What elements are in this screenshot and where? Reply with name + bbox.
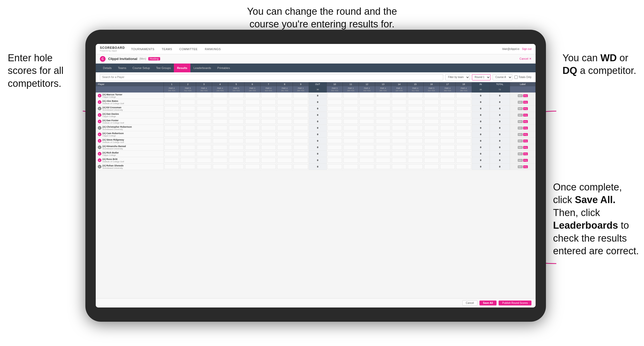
hole-1-input-cell[interactable] [164,125,180,131]
dq-button[interactable]: DQ [523,133,528,136]
save-all-button[interactable]: Save All [479,301,497,305]
hole-16-input[interactable] [424,112,439,118]
dq-button[interactable]: DQ [523,165,528,168]
hole-12-input-cell[interactable] [359,99,375,105]
hole-17-input[interactable] [440,99,455,105]
hole-16-input[interactable] [424,99,439,105]
hole-17-input-cell[interactable] [440,138,456,144]
hole-4-input-cell[interactable] [212,125,228,131]
hole-18-input[interactable] [456,112,471,118]
hole-6-input[interactable] [245,125,260,130]
hole-11-input[interactable] [343,119,358,124]
hole-7-input-cell[interactable] [260,138,276,144]
hole-11-input[interactable] [343,106,358,111]
hole-3-input[interactable] [197,106,211,111]
hole-14-input[interactable] [392,138,406,143]
hole-11-input-cell[interactable] [343,125,359,131]
hole-14-input-cell[interactable] [391,105,407,112]
hole-13-input-cell[interactable] [375,105,391,112]
hole-18-input[interactable] [456,99,471,105]
wd-button[interactable]: WD [518,146,523,149]
hole-9-input[interactable] [293,99,308,105]
hole-18-input-cell[interactable] [456,118,472,125]
hole-10-input[interactable] [327,119,342,124]
hole-18-input-cell[interactable] [456,164,472,170]
hole-10-input-cell[interactable] [327,164,343,170]
hole-13-input[interactable] [376,164,390,169]
wd-button[interactable]: WD [518,101,523,104]
hole-14-input-cell[interactable] [391,131,407,138]
hole-15-input[interactable] [408,125,423,130]
hole-5-input[interactable] [229,138,243,143]
hole-7-input-cell[interactable] [260,125,276,131]
hole-9-input-cell[interactable] [293,112,309,118]
hole-9-input[interactable] [293,164,308,169]
hole-9-input[interactable] [293,93,308,98]
hole-15-input[interactable] [408,138,423,143]
hole-18-input[interactable] [456,106,471,111]
hole-16-input[interactable] [424,93,439,98]
wd-dq-cell[interactable]: WDDQ [510,157,536,164]
hole-3-input[interactable] [197,93,211,98]
hole-3-input-cell[interactable] [196,151,212,157]
hole-18-input[interactable] [456,138,471,143]
hole-8-input-cell[interactable] [277,151,293,157]
hole-5-input-cell[interactable] [228,99,244,105]
hole-12-input-cell[interactable] [359,125,375,131]
hole-15-input[interactable] [408,158,423,163]
wd-dq-cell[interactable]: WDDQ [510,112,536,118]
hole-17-input-cell[interactable] [440,131,456,138]
hole-2-input[interactable] [180,125,195,130]
hole-13-input-cell[interactable] [375,125,391,131]
hole-9-input-cell[interactable] [293,138,309,144]
hole-6-input[interactable] [245,99,260,105]
hole-16-input-cell[interactable] [423,144,439,151]
hole-2-input[interactable] [180,106,195,111]
hole-3-input[interactable] [197,99,211,105]
hole-11-input[interactable] [343,99,358,105]
hole-4-input[interactable] [213,151,227,156]
hole-3-input[interactable] [197,151,211,156]
hole-5-input[interactable] [229,164,243,169]
hole-5-input[interactable] [229,145,243,150]
hole-2-input-cell[interactable] [180,112,196,118]
hole-4-input-cell[interactable] [212,151,228,157]
hole-11-input-cell[interactable] [343,112,359,118]
hole-14-input-cell[interactable] [391,125,407,131]
hole-4-input[interactable] [213,132,227,137]
hole-2-input[interactable] [180,138,195,143]
hole-18-input-cell[interactable] [456,99,472,105]
wd-button[interactable]: WD [518,114,523,117]
hole-10-input-cell[interactable] [327,151,343,157]
hole-11-input[interactable] [343,145,358,150]
hole-14-input-cell[interactable] [391,112,407,118]
hole-6-input[interactable] [245,158,260,163]
hole-10-input[interactable] [327,125,342,130]
wd-button[interactable]: WD [518,120,523,123]
hole-13-input[interactable] [376,119,390,124]
hole-1-input-cell[interactable] [164,131,180,138]
hole-13-input-cell[interactable] [375,131,391,138]
hole-11-input[interactable] [343,158,358,163]
hole-12-input[interactable] [359,106,374,111]
hole-6-input-cell[interactable] [244,164,260,170]
hole-9-input-cell[interactable] [293,125,309,131]
dq-button[interactable]: DQ [523,159,528,162]
hole-13-input[interactable] [376,106,390,111]
hole-15-input[interactable] [408,151,423,156]
hole-8-input-cell[interactable] [277,93,293,99]
hole-17-input-cell[interactable] [440,118,456,125]
hole-13-input-cell[interactable] [375,93,391,99]
hole-2-input[interactable] [180,119,195,124]
hole-18-input[interactable] [456,158,471,163]
hole-12-input-cell[interactable] [359,93,375,99]
hole-1-input[interactable] [164,125,179,130]
dq-button[interactable]: DQ [523,152,528,155]
hole-1-input[interactable] [164,138,179,143]
tab-course-setup[interactable]: Course Setup [129,64,153,72]
hole-18-input-cell[interactable] [456,125,472,131]
hole-5-input-cell[interactable] [228,118,244,125]
hole-15-input-cell[interactable] [407,112,423,118]
hole-11-input-cell[interactable] [343,118,359,125]
hole-1-input[interactable] [164,145,179,150]
